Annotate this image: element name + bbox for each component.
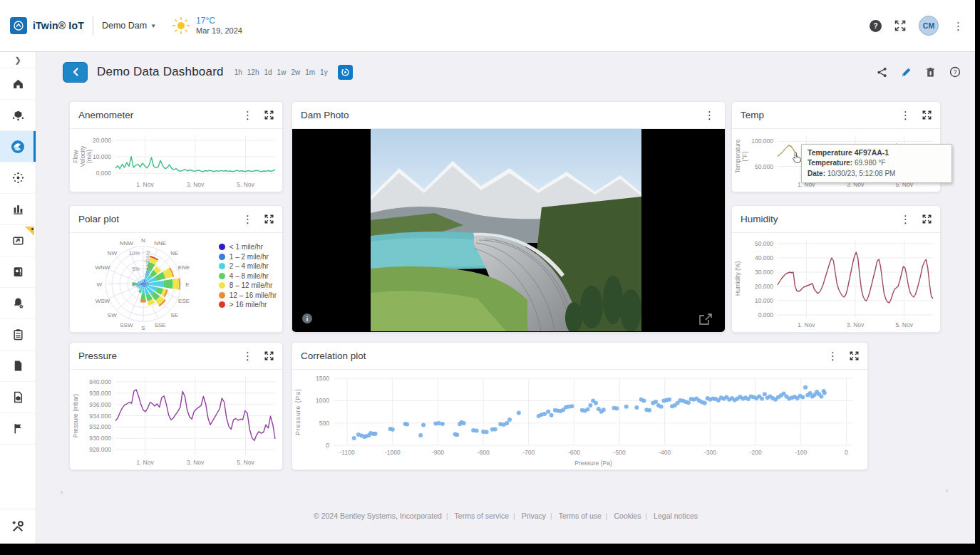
range-1w[interactable]: 1w (277, 68, 287, 76)
svg-text:-400: -400 (659, 449, 671, 456)
widget-anemometer: Anemometer ⋮ 1. Nov3. Nov5. Nov0.00010.0… (69, 101, 283, 192)
widget-menu-icon[interactable]: ⋮ (703, 110, 716, 120)
footer-link-legal-notices[interactable]: Legal notices (649, 512, 702, 520)
sidebar-item-sensors[interactable] (0, 162, 36, 194)
range-1y[interactable]: 1y (320, 68, 328, 76)
sidebar-item-map-alerts[interactable] (0, 256, 36, 288)
svg-text:3. Nov: 3. Nov (847, 321, 865, 328)
share-icon[interactable] (877, 67, 887, 78)
itwin-logo-icon[interactable] (10, 17, 27, 34)
sidebar-item-documents[interactable] (0, 351, 36, 382)
legend-item[interactable]: > 16 mile/hr (219, 301, 277, 308)
chart-tooltip: Temperature 4F97AA-1 Temperature: 69.980… (801, 144, 952, 183)
svg-text:(m/s): (m/s) (86, 150, 93, 164)
range-2w[interactable]: 2w (291, 68, 300, 76)
svg-text:500: 500 (319, 420, 329, 427)
footer-link-cookies[interactable]: Cookies (610, 512, 646, 520)
sidebar-item-model-files[interactable] (0, 382, 36, 413)
sidebar-item-flags[interactable] (0, 413, 36, 445)
sidebar-item-reports[interactable] (0, 319, 36, 351)
pressure-chart[interactable]: 1. Nov3. Nov5. Nov928.000930.000932.0009… (70, 370, 282, 470)
svg-text:1000: 1000 (316, 397, 329, 404)
footer-link-terms-of-service[interactable]: Terms of service (450, 512, 513, 520)
dam-photo-image: i (292, 129, 725, 332)
legend-label: > 16 mile/hr (229, 301, 267, 308)
svg-text:-500: -500 (614, 449, 626, 456)
maximize-icon[interactable] (264, 214, 274, 224)
svg-text:NW: NW (108, 250, 118, 256)
cursor-hand-icon (792, 152, 803, 167)
legend-item[interactable]: 2 – 4 mile/hr (219, 262, 277, 270)
svg-text:SSE: SSE (155, 322, 166, 328)
widget-title: Humidity (741, 214, 778, 224)
svg-text:Temperature: Temperature (734, 139, 741, 173)
footer-link-terms-of-use[interactable]: Terms of use (555, 512, 606, 520)
svg-text:SE: SE (170, 312, 178, 318)
app-name: iTwin® IoT (33, 20, 84, 31)
top-bar: iTwin® IoT Demo Dam ▼ 17°C Mar 19, 2024 (0, 0, 975, 52)
project-selector[interactable]: Demo Dam ▼ (102, 21, 156, 31)
widget-menu-icon[interactable]: ⋮ (241, 214, 254, 224)
info-icon[interactable]: ? (949, 66, 961, 78)
maximize-icon[interactable] (922, 110, 932, 120)
fullscreen-icon[interactable] (894, 20, 906, 31)
sidebar-item-home[interactable] (0, 68, 36, 100)
range-1m[interactable]: 1m (305, 68, 315, 76)
svg-text:Humidity (%): Humidity (%) (734, 261, 741, 296)
widget-polar-plot: Polar plot ⋮ NNNENEENEEESESESSESSSWSWWSW… (69, 205, 283, 333)
help-icon[interactable]: ? (870, 20, 882, 32)
svg-text:NNE: NNE (154, 240, 166, 247)
edit-icon[interactable] (901, 67, 912, 78)
widget-menu-icon[interactable]: ⋮ (899, 214, 912, 224)
widget-menu-icon[interactable]: ⋮ (241, 110, 254, 120)
svg-text:-800: -800 (478, 449, 490, 456)
maximize-icon[interactable] (264, 351, 274, 361)
widget-temp: Temp ⋮ 1. Nov3. Nov5. Nov50.000100.000Te… (731, 101, 941, 192)
maximize-icon[interactable] (922, 214, 932, 224)
sidebar-item-analytics[interactable] (0, 194, 36, 225)
legend-item[interactable]: 4 – 8 mile/hr (219, 272, 277, 280)
svg-text:-1000: -1000 (385, 449, 401, 456)
svg-text:Pressure (Pa): Pressure (Pa) (574, 460, 612, 467)
svg-text:0.000: 0.000 (758, 311, 774, 318)
legend-item[interactable]: 12 – 16 mile/hr (219, 291, 277, 299)
sidebar: ❯ (0, 52, 36, 544)
sidebar-item-alert-settings[interactable] (0, 288, 36, 319)
legend-item[interactable]: 1 – 2 mile/hr (219, 253, 277, 261)
back-button[interactable] (63, 62, 88, 83)
delete-icon[interactable] (925, 67, 936, 78)
widget-header: Anemometer ⋮ (70, 102, 282, 129)
sidebar-item-3d-model[interactable] (0, 100, 36, 131)
time-sync-button[interactable] (338, 65, 353, 80)
maximize-icon[interactable] (850, 351, 859, 361)
legend-item[interactable]: < 1 mile/hr (219, 243, 277, 251)
humidity-chart[interactable]: 1. Nov3. Nov5. Nov0.00010.00020.00030.00… (732, 233, 940, 332)
range-12h[interactable]: 12h (247, 68, 259, 76)
svg-text:1. Nov: 1. Nov (136, 459, 154, 466)
maximize-icon[interactable] (264, 110, 274, 120)
svg-text:-300: -300 (704, 449, 716, 456)
widget-menu-icon[interactable]: ⋮ (899, 110, 912, 120)
chevron-down-icon: ▼ (150, 23, 156, 29)
topbar-divider (93, 16, 93, 35)
range-1h[interactable]: 1h (234, 68, 242, 76)
windrose-legend: < 1 mile/hr1 – 2 mile/hr2 – 4 mile/hr4 –… (219, 243, 277, 308)
widget-menu-icon[interactable]: ⋮ (826, 351, 840, 361)
correlation-chart[interactable]: -1100-1000-900-800-700-600-500-400-300-2… (292, 370, 867, 470)
more-menu-icon[interactable]: ⋮ (951, 21, 965, 31)
sidebar-item-tools[interactable] (0, 509, 36, 544)
svg-text:10%: 10% (129, 250, 140, 256)
legend-item[interactable]: 8 – 12 mile/hr (219, 281, 277, 289)
widget-menu-icon[interactable]: ⋮ (241, 351, 254, 361)
sidebar-item-export[interactable] (0, 225, 36, 256)
legend-swatch (219, 254, 225, 260)
footer-link-privacy[interactable]: Privacy (517, 512, 550, 520)
sidebar-expand-chevron-icon[interactable]: ❯ (0, 52, 36, 68)
avatar[interactable]: CM (919, 16, 939, 36)
svg-text:50.000: 50.000 (755, 163, 773, 170)
range-1d[interactable]: 1d (264, 68, 272, 76)
sidebar-item-dashboards[interactable] (0, 131, 36, 162)
anemometer-chart[interactable]: 1. Nov3. Nov5. Nov0.00010.00020.000FlowV… (70, 129, 282, 192)
footer-copyright: © 2024 Bentley Systems, Incorporated (309, 512, 446, 520)
svg-text:20.000: 20.000 (93, 137, 111, 144)
